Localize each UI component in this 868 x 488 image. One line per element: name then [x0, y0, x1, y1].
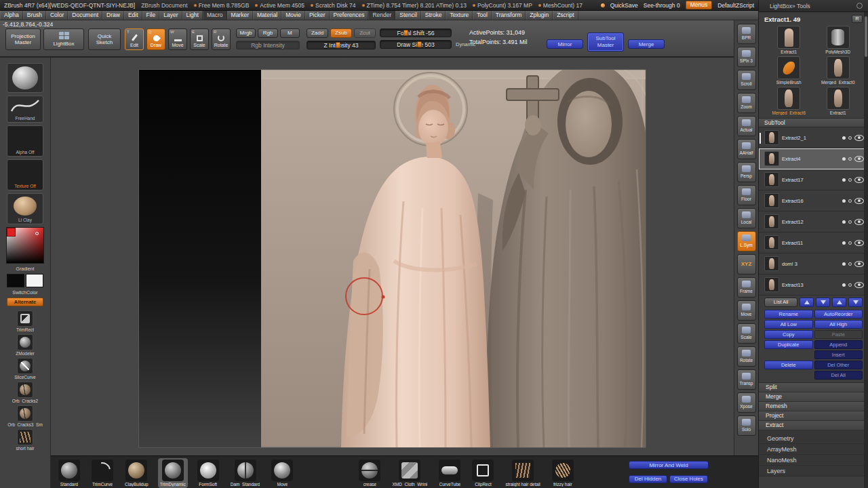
polypaint-dot-icon[interactable] [842, 178, 846, 182]
menu-item[interactable]: Transform [492, 11, 526, 20]
uv-dot-icon[interactable] [848, 241, 852, 245]
tool-thumbnail[interactable]: Extract1 [766, 26, 812, 54]
palette-menu-icon[interactable] [856, 3, 863, 9]
brush-slot[interactable]: FormSoft [195, 458, 221, 488]
shelf-button[interactable]: Move [737, 300, 756, 321]
subtool-action-button[interactable]: Insert [814, 350, 863, 359]
visibility-eye-icon[interactable] [854, 261, 864, 267]
polypaint-dot-icon[interactable] [842, 241, 846, 245]
menu-item[interactable]: Alpha [0, 11, 23, 20]
quick-brush-item[interactable]: Orb_Cracks2 [12, 382, 38, 403]
mirror-and-weld-button[interactable]: Mirror And Weld [629, 461, 709, 469]
alpha-selector[interactable]: Alpha Off [7, 125, 43, 157]
shelf-button[interactable]: Xpose [737, 392, 756, 413]
uv-dot-icon[interactable] [848, 220, 852, 224]
shelf-button[interactable]: L.Sym [737, 231, 756, 251]
subtool-master-button[interactable]: SubTool Master [587, 33, 624, 52]
quick-brush-item[interactable]: SliceCurve [14, 358, 35, 380]
subtool-subsection[interactable]: Merge [759, 392, 868, 402]
shelf-button[interactable]: Local [737, 208, 756, 228]
subtool-subsection[interactable]: Remesh [759, 402, 868, 411]
subtool-item[interactable]: Extract17 [759, 169, 868, 190]
menu-item[interactable]: Brush [23, 11, 46, 20]
rgb-button[interactable]: Rgb [258, 28, 277, 38]
subtool-action-button[interactable]: All Low [764, 320, 813, 329]
texture-selector[interactable]: Texture Off [7, 159, 43, 190]
projection-master-button[interactable]: Projection Master [5, 28, 41, 50]
menu-item[interactable]: Zscript [553, 11, 578, 20]
panel-scrollbar[interactable] [864, 12, 868, 488]
shelf-button[interactable]: Scale [737, 323, 756, 344]
subtool-action-button[interactable]: Copy [764, 330, 813, 339]
polypaint-dot-icon[interactable] [842, 136, 846, 140]
shelf-button[interactable]: AAHalf [737, 139, 756, 159]
secondary-color-swatch[interactable] [26, 274, 43, 287]
subtool-subsection[interactable]: Extract [759, 421, 868, 430]
merge-button[interactable]: Merge [628, 39, 665, 49]
quick-sketch-button[interactable]: Quick Sketch [88, 28, 121, 50]
menu-item[interactable]: Light [182, 11, 203, 20]
stroke-selector[interactable]: FreeHand [7, 96, 43, 123]
subtool-item[interactable]: dom! 3 [759, 253, 868, 274]
subtool-action-button[interactable]: AutoReorder [814, 310, 863, 319]
shelf-button[interactable]: Persp [737, 162, 756, 182]
brush-slot[interactable]: TrimDynamic [158, 458, 188, 488]
shelf-button[interactable]: XYZ [737, 254, 756, 274]
shelf-button[interactable]: Frame [737, 277, 756, 298]
menu-item[interactable]: Layer [159, 11, 182, 20]
mirror-button[interactable]: Mirror [547, 39, 583, 49]
material-selector[interactable]: Li Clay [7, 193, 43, 224]
brush-slot[interactable]: XMD_Cloth_Wrinkl [390, 458, 429, 488]
menu-item[interactable]: Edit [124, 11, 142, 20]
close-holes-button[interactable]: Close Holes [669, 475, 708, 483]
quick-brush-item[interactable]: Orb_Cracks3_Sm [7, 405, 43, 427]
subtool-item[interactable]: Extract2_1 [759, 127, 868, 148]
slider-handle[interactable] [336, 42, 340, 48]
brush-slot[interactable]: frizzy hair [550, 458, 576, 488]
main-color-swatch[interactable] [7, 274, 24, 287]
visibility-eye-icon[interactable] [854, 282, 864, 288]
menu-item[interactable]: Marker [227, 11, 253, 20]
visibility-eye-icon[interactable] [854, 198, 864, 204]
subtool-subsection[interactable]: Split [759, 383, 868, 392]
quick-brush-item[interactable]: TrimRect [16, 310, 34, 332]
subtool-action-button[interactable]: Duplicate [764, 340, 813, 349]
see-through-slider[interactable]: See-through 0 [644, 2, 680, 9]
uv-dot-icon[interactable] [848, 283, 852, 287]
menu-item[interactable]: File [142, 11, 160, 20]
subtool-to-bottom-button[interactable] [848, 298, 863, 307]
menu-item[interactable]: Tool [473, 11, 492, 20]
uv-dot-icon[interactable] [848, 136, 852, 140]
color-picker[interactable] [6, 227, 44, 264]
tool-subpalette[interactable]: ArrayMesh [759, 444, 868, 455]
visibility-eye-icon[interactable] [854, 219, 864, 225]
shelf-button[interactable]: Actual [737, 116, 756, 136]
brush-slot[interactable]: Standard [56, 458, 82, 488]
current-brush-thumbnail[interactable] [7, 63, 43, 93]
mrgb-button[interactable]: Mrgb [236, 28, 256, 38]
subtool-item[interactable]: Extract16 [759, 190, 868, 211]
tool-subpalette[interactable]: Layers [759, 466, 868, 476]
subtool-to-top-button[interactable] [832, 298, 846, 307]
visibility-eye-icon[interactable] [854, 135, 864, 141]
subtool-action-button[interactable]: Paste [814, 330, 863, 339]
focal-shift-slider[interactable]: Focal Shift -56 [380, 28, 452, 37]
uv-dot-icon[interactable] [848, 262, 852, 266]
zsub-button[interactable]: Zsub [330, 28, 352, 38]
shelf-button[interactable]: SPix 3 [737, 47, 756, 67]
menu-item[interactable]: Movie [281, 11, 305, 20]
polypaint-dot-icon[interactable] [842, 220, 846, 224]
uv-dot-icon[interactable] [848, 157, 852, 161]
quick-brush-item[interactable]: ZModeler [16, 334, 34, 356]
shelf-button[interactable]: Scroll [737, 70, 756, 90]
subtool-item[interactable]: Extract12 [759, 211, 868, 232]
brush-slot[interactable]: ClayBuildup [123, 458, 151, 488]
mode-button[interactable]: E Scale [190, 28, 209, 50]
visibility-eye-icon[interactable] [854, 240, 864, 246]
tool-subpalette[interactable]: NanoMesh [759, 455, 868, 466]
polypaint-dot-icon[interactable] [842, 157, 846, 161]
mode-button[interactable]: Q Draw [146, 28, 165, 50]
menu-item[interactable]: Color [46, 11, 68, 20]
mode-button[interactable]: W Move [168, 28, 187, 50]
document-canvas[interactable] [51, 58, 734, 455]
